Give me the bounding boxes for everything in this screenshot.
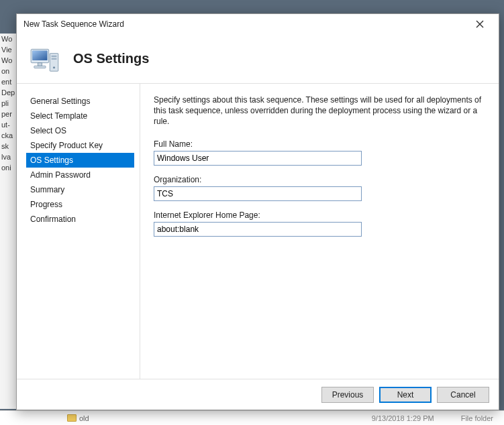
background-text-fragment: Wo (0, 55, 16, 66)
wizard-step[interactable]: Select Template (26, 109, 134, 123)
background-text-fragment: sk (0, 141, 16, 151)
organization-input[interactable] (154, 186, 362, 201)
background-window-fragment: WoVieWoonentDeppliperut-ckasklvaoni (0, 34, 16, 409)
background-text-fragment: per (0, 109, 16, 119)
full-name-label: Full Name: (154, 139, 483, 149)
footer-button-bar: Previous Next Cancel (17, 379, 499, 410)
wizard-step[interactable]: General Settings (26, 94, 134, 109)
background-text-fragment: lva (0, 151, 16, 162)
close-button[interactable] (466, 16, 493, 32)
background-folder-label: old (79, 414, 89, 422)
wizard-step[interactable]: Summary (26, 182, 134, 197)
wizard-step-list: General SettingsSelect TemplateSelect OS… (17, 84, 140, 379)
background-explorer-row: old 9/13/2018 1:29 PM File folder (0, 410, 504, 425)
previous-button[interactable]: Previous (321, 387, 374, 403)
svg-rect-10 (34, 66, 46, 68)
close-icon (476, 20, 484, 28)
organization-label: Organization: (154, 175, 483, 184)
ie-home-page-input[interactable] (154, 222, 362, 237)
wizard-step[interactable]: Specify Product Key (26, 138, 134, 153)
titlebar: New Task Sequence Wizard (17, 14, 499, 34)
main-panel: Specify settings about this task sequenc… (140, 84, 499, 379)
svg-rect-9 (38, 62, 42, 66)
background-text-fragment: Wo (0, 34, 16, 44)
wizard-window: New Task Sequence Wizard (16, 13, 499, 410)
background-text-fragment: ut- (0, 119, 16, 130)
full-name-input[interactable] (154, 151, 362, 166)
background-text-fragment: ent (0, 76, 16, 87)
cancel-button[interactable]: Cancel (437, 387, 489, 403)
wizard-step[interactable]: Admin Password (26, 168, 134, 182)
ie-home-page-label: Internet Explorer Home Page: (154, 210, 483, 220)
wizard-step[interactable]: Progress (26, 197, 134, 212)
background-text-fragment: oni (0, 162, 16, 173)
page-heading: OS Settings (73, 51, 149, 66)
background-text-fragment: Vie (0, 44, 16, 55)
svg-rect-8 (32, 50, 47, 60)
wizard-step[interactable]: Confirmation (26, 212, 134, 227)
background-type-label: File folder (461, 414, 493, 422)
description-text: Specify settings about this task sequenc… (154, 95, 483, 127)
svg-rect-3 (52, 55, 57, 56)
next-button[interactable]: Next (379, 387, 432, 403)
background-text-fragment: pli (0, 98, 16, 109)
background-text-fragment: on (0, 66, 16, 76)
window-title: New Task Sequence Wizard (23, 19, 466, 29)
background-date-modified: 9/13/2018 1:29 PM (372, 414, 434, 422)
header-band: OS Settings (17, 34, 499, 84)
svg-rect-4 (52, 58, 57, 59)
svg-point-5 (53, 66, 55, 68)
computer-icon (29, 42, 62, 76)
background-text-fragment: Dep (0, 87, 16, 98)
background-text-fragment: cka (0, 130, 16, 141)
folder-icon (67, 414, 77, 422)
wizard-step[interactable]: OS Settings (26, 153, 134, 168)
wizard-step[interactable]: Select OS (26, 123, 134, 138)
